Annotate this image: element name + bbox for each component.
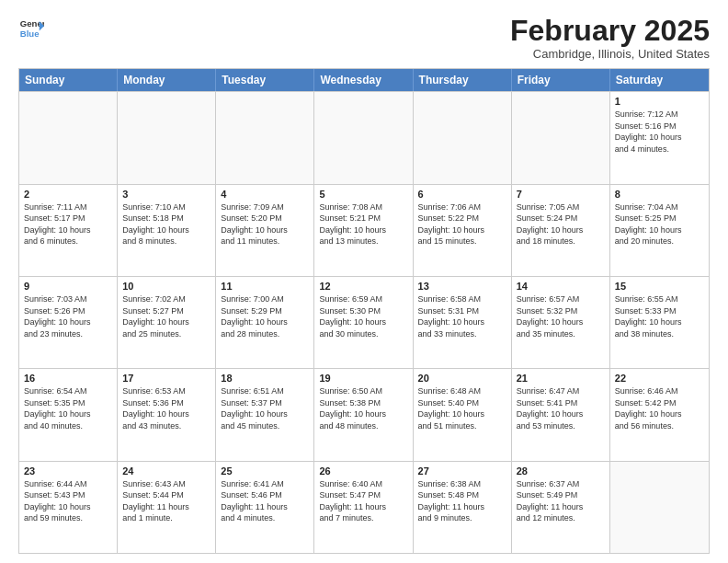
day-info: Sunrise: 7:04 AM Sunset: 5:25 PM Dayligh… bbox=[615, 201, 704, 247]
day-number: 28 bbox=[517, 465, 605, 477]
calendar-row: 2Sunrise: 7:11 AM Sunset: 5:17 PM Daylig… bbox=[19, 184, 709, 276]
day-info: Sunrise: 6:58 AM Sunset: 5:31 PM Dayligh… bbox=[418, 293, 506, 339]
calendar-cell: 8Sunrise: 7:04 AM Sunset: 5:25 PM Daylig… bbox=[610, 185, 709, 276]
month-title: February 2025 bbox=[510, 15, 710, 47]
day-info: Sunrise: 6:47 AM Sunset: 5:41 PM Dayligh… bbox=[517, 385, 605, 431]
day-number: 11 bbox=[221, 281, 309, 292]
day-info: Sunrise: 7:06 AM Sunset: 5:22 PM Dayligh… bbox=[418, 201, 506, 247]
day-info: Sunrise: 7:08 AM Sunset: 5:21 PM Dayligh… bbox=[319, 201, 407, 247]
page: General Blue February 2025 Cambridge, Il… bbox=[0, 0, 728, 563]
calendar-row: 1Sunrise: 7:12 AM Sunset: 5:16 PM Daylig… bbox=[19, 91, 709, 183]
weekday-header: Wednesday bbox=[314, 69, 413, 91]
weekday-header: Monday bbox=[118, 69, 216, 91]
day-info: Sunrise: 7:09 AM Sunset: 5:20 PM Dayligh… bbox=[221, 201, 309, 247]
weekday-header: Thursday bbox=[414, 69, 512, 91]
calendar-row: 16Sunrise: 6:54 AM Sunset: 5:35 PM Dayli… bbox=[19, 368, 709, 460]
day-info: Sunrise: 6:50 AM Sunset: 5:38 PM Dayligh… bbox=[319, 385, 407, 431]
day-number: 20 bbox=[418, 373, 506, 384]
day-info: Sunrise: 6:44 AM Sunset: 5:43 PM Dayligh… bbox=[24, 478, 112, 524]
day-number: 14 bbox=[517, 281, 605, 292]
day-number: 23 bbox=[24, 465, 112, 477]
day-info: Sunrise: 6:51 AM Sunset: 5:37 PM Dayligh… bbox=[221, 385, 309, 431]
day-number: 16 bbox=[24, 373, 112, 384]
day-info: Sunrise: 7:12 AM Sunset: 5:16 PM Dayligh… bbox=[615, 109, 704, 155]
day-info: Sunrise: 6:55 AM Sunset: 5:33 PM Dayligh… bbox=[615, 293, 704, 339]
day-number: 18 bbox=[221, 373, 309, 384]
calendar-cell: 26Sunrise: 6:40 AM Sunset: 5:47 PM Dayli… bbox=[314, 462, 413, 553]
day-number: 13 bbox=[418, 281, 506, 292]
calendar-cell: 2Sunrise: 7:11 AM Sunset: 5:17 PM Daylig… bbox=[19, 185, 118, 276]
calendar-cell: 1Sunrise: 7:12 AM Sunset: 5:16 PM Daylig… bbox=[610, 92, 709, 183]
day-info: Sunrise: 7:02 AM Sunset: 5:27 PM Dayligh… bbox=[122, 293, 210, 339]
weekday-header: Saturday bbox=[610, 69, 709, 91]
calendar-cell: 16Sunrise: 6:54 AM Sunset: 5:35 PM Dayli… bbox=[19, 369, 118, 460]
calendar-cell bbox=[216, 92, 314, 183]
logo-icon: General Blue bbox=[18, 15, 44, 40]
day-info: Sunrise: 6:38 AM Sunset: 5:48 PM Dayligh… bbox=[418, 478, 506, 524]
calendar-cell: 22Sunrise: 6:46 AM Sunset: 5:42 PM Dayli… bbox=[610, 369, 709, 460]
day-number: 26 bbox=[319, 465, 407, 477]
day-number: 3 bbox=[122, 189, 210, 200]
day-number: 19 bbox=[319, 373, 407, 384]
day-number: 9 bbox=[24, 281, 112, 292]
calendar-cell: 25Sunrise: 6:41 AM Sunset: 5:46 PM Dayli… bbox=[216, 462, 314, 553]
day-number: 8 bbox=[615, 189, 704, 200]
day-info: Sunrise: 7:05 AM Sunset: 5:24 PM Dayligh… bbox=[517, 201, 605, 247]
calendar-row: 23Sunrise: 6:44 AM Sunset: 5:43 PM Dayli… bbox=[19, 461, 709, 553]
weekday-header: Sunday bbox=[19, 69, 118, 91]
day-number: 21 bbox=[517, 373, 605, 384]
day-number: 4 bbox=[221, 189, 309, 200]
day-number: 10 bbox=[122, 281, 210, 292]
day-info: Sunrise: 6:53 AM Sunset: 5:36 PM Dayligh… bbox=[122, 385, 210, 431]
day-info: Sunrise: 7:11 AM Sunset: 5:17 PM Dayligh… bbox=[24, 201, 112, 247]
calendar-cell: 6Sunrise: 7:06 AM Sunset: 5:22 PM Daylig… bbox=[414, 185, 512, 276]
calendar-cell: 17Sunrise: 6:53 AM Sunset: 5:36 PM Dayli… bbox=[118, 369, 216, 460]
calendar-cell: 27Sunrise: 6:38 AM Sunset: 5:48 PM Dayli… bbox=[414, 462, 512, 553]
day-number: 22 bbox=[615, 373, 704, 384]
day-number: 2 bbox=[24, 189, 112, 200]
day-info: Sunrise: 6:41 AM Sunset: 5:46 PM Dayligh… bbox=[221, 478, 309, 524]
calendar: SundayMondayTuesdayWednesdayThursdayFrid… bbox=[18, 68, 710, 554]
location: Cambridge, Illinois, United States bbox=[510, 47, 710, 61]
calendar-body: 1Sunrise: 7:12 AM Sunset: 5:16 PM Daylig… bbox=[19, 91, 709, 553]
calendar-cell: 3Sunrise: 7:10 AM Sunset: 5:18 PM Daylig… bbox=[118, 185, 216, 276]
calendar-row: 9Sunrise: 7:03 AM Sunset: 5:26 PM Daylig… bbox=[19, 276, 709, 368]
calendar-cell bbox=[19, 92, 118, 183]
calendar-cell: 9Sunrise: 7:03 AM Sunset: 5:26 PM Daylig… bbox=[19, 277, 118, 368]
calendar-cell bbox=[512, 92, 610, 183]
day-info: Sunrise: 6:37 AM Sunset: 5:49 PM Dayligh… bbox=[517, 478, 605, 524]
day-info: Sunrise: 7:00 AM Sunset: 5:29 PM Dayligh… bbox=[221, 293, 309, 339]
weekday-header: Tuesday bbox=[216, 69, 314, 91]
day-number: 17 bbox=[122, 373, 210, 384]
calendar-cell: 15Sunrise: 6:55 AM Sunset: 5:33 PM Dayli… bbox=[610, 277, 709, 368]
calendar-cell: 14Sunrise: 6:57 AM Sunset: 5:32 PM Dayli… bbox=[512, 277, 610, 368]
calendar-cell: 10Sunrise: 7:02 AM Sunset: 5:27 PM Dayli… bbox=[118, 277, 216, 368]
day-info: Sunrise: 6:43 AM Sunset: 5:44 PM Dayligh… bbox=[122, 478, 210, 524]
calendar-cell: 28Sunrise: 6:37 AM Sunset: 5:49 PM Dayli… bbox=[512, 462, 610, 553]
calendar-cell bbox=[118, 92, 216, 183]
day-info: Sunrise: 6:46 AM Sunset: 5:42 PM Dayligh… bbox=[615, 385, 704, 431]
calendar-cell: 13Sunrise: 6:58 AM Sunset: 5:31 PM Dayli… bbox=[414, 277, 512, 368]
day-info: Sunrise: 6:54 AM Sunset: 5:35 PM Dayligh… bbox=[24, 385, 112, 431]
calendar-cell: 23Sunrise: 6:44 AM Sunset: 5:43 PM Dayli… bbox=[19, 462, 118, 553]
day-info: Sunrise: 7:10 AM Sunset: 5:18 PM Dayligh… bbox=[122, 201, 210, 247]
day-number: 27 bbox=[418, 465, 506, 477]
day-number: 24 bbox=[122, 465, 210, 477]
day-number: 7 bbox=[517, 189, 605, 200]
day-info: Sunrise: 6:59 AM Sunset: 5:30 PM Dayligh… bbox=[319, 293, 407, 339]
day-number: 6 bbox=[418, 189, 506, 200]
calendar-cell: 12Sunrise: 6:59 AM Sunset: 5:30 PM Dayli… bbox=[314, 277, 413, 368]
calendar-cell bbox=[314, 92, 413, 183]
calendar-cell: 19Sunrise: 6:50 AM Sunset: 5:38 PM Dayli… bbox=[314, 369, 413, 460]
calendar-cell: 4Sunrise: 7:09 AM Sunset: 5:20 PM Daylig… bbox=[216, 185, 314, 276]
day-info: Sunrise: 6:40 AM Sunset: 5:47 PM Dayligh… bbox=[319, 478, 407, 524]
calendar-cell: 18Sunrise: 6:51 AM Sunset: 5:37 PM Dayli… bbox=[216, 369, 314, 460]
weekday-header: Friday bbox=[512, 69, 610, 91]
calendar-header: SundayMondayTuesdayWednesdayThursdayFrid… bbox=[19, 69, 709, 91]
calendar-cell: 11Sunrise: 7:00 AM Sunset: 5:29 PM Dayli… bbox=[216, 277, 314, 368]
calendar-cell bbox=[414, 92, 512, 183]
calendar-cell: 7Sunrise: 7:05 AM Sunset: 5:24 PM Daylig… bbox=[512, 185, 610, 276]
calendar-cell: 24Sunrise: 6:43 AM Sunset: 5:44 PM Dayli… bbox=[118, 462, 216, 553]
day-info: Sunrise: 6:57 AM Sunset: 5:32 PM Dayligh… bbox=[517, 293, 605, 339]
day-info: Sunrise: 7:03 AM Sunset: 5:26 PM Dayligh… bbox=[24, 293, 112, 339]
